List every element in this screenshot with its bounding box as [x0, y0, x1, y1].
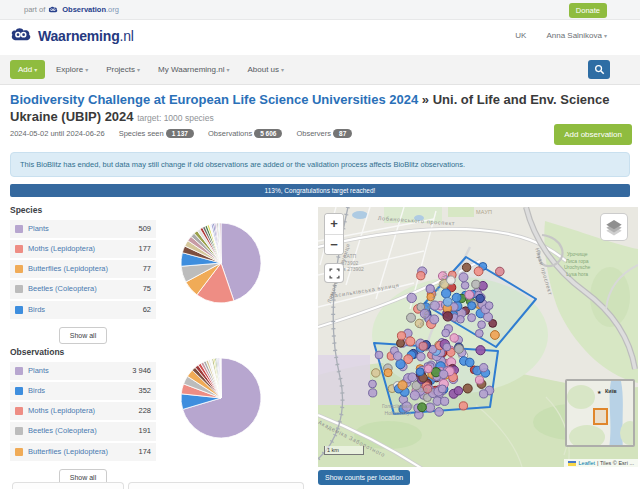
observation-marker[interactable]	[430, 315, 439, 324]
zoom-in-button[interactable]: +	[325, 214, 343, 234]
observation-marker[interactable]	[452, 293, 461, 302]
observation-marker[interactable]	[443, 343, 451, 351]
observation-marker[interactable]	[396, 360, 405, 369]
challenge-link[interactable]: Biodiversity Challenge at European Life …	[10, 92, 418, 107]
group-color-swatch	[15, 285, 23, 293]
observation-marker[interactable]	[430, 301, 439, 310]
observation-marker[interactable]	[407, 313, 416, 322]
observation-marker[interactable]	[415, 319, 423, 327]
observation-marker[interactable]	[420, 309, 429, 318]
species-show-all-button[interactable]: Show all	[59, 327, 107, 344]
stat-observers: Observers87	[296, 129, 352, 138]
observation-org-link[interactable]: Observation.org	[62, 5, 119, 14]
observation-marker[interactable]	[475, 376, 483, 384]
observation-marker[interactable]	[427, 293, 435, 301]
zoom-out-button[interactable]: −	[325, 234, 343, 254]
observation-marker[interactable]	[442, 289, 451, 298]
observation-marker[interactable]	[447, 276, 456, 285]
map[interactable]: Лобановського проспектМАУПВасильківська …	[318, 207, 638, 467]
observation-marker[interactable]	[417, 272, 425, 280]
fullscreen-button[interactable]	[324, 263, 344, 283]
observation-marker[interactable]	[438, 385, 446, 393]
observation-marker[interactable]	[441, 397, 449, 405]
observation-marker[interactable]	[491, 331, 500, 340]
species-row[interactable]: Beetles (Coleoptera)75	[10, 280, 156, 298]
observers-badge: 87	[333, 129, 352, 138]
waarneming-logo[interactable]: Waarneming.nl	[10, 27, 134, 44]
observations-row[interactable]: Birds352	[10, 382, 156, 400]
observation-marker[interactable]	[439, 370, 448, 379]
observation-marker[interactable]	[468, 314, 476, 322]
observation-marker[interactable]	[476, 346, 485, 355]
leaflet-link[interactable]: Leaflet	[579, 460, 596, 466]
language-switch[interactable]: UK	[515, 31, 526, 40]
observation-marker[interactable]	[465, 290, 474, 299]
layers-button[interactable]	[600, 213, 628, 241]
observation-marker[interactable]	[426, 285, 434, 293]
user-menu[interactable]: Anna Salnikova▾	[546, 31, 607, 40]
observation-marker[interactable]	[461, 282, 469, 290]
minimap[interactable]: ★ Київ	[565, 379, 635, 447]
observations-row[interactable]: Plants3 946	[10, 362, 156, 380]
observation-marker[interactable]	[480, 390, 488, 398]
observation-marker[interactable]	[474, 267, 483, 276]
observation-marker[interactable]	[476, 294, 484, 302]
observation-marker[interactable]	[384, 369, 392, 377]
observation-marker[interactable]	[408, 373, 417, 382]
observation-marker[interactable]	[397, 332, 405, 340]
observation-marker[interactable]	[435, 408, 444, 417]
observation-marker[interactable]	[416, 368, 424, 376]
species-row[interactable]: Plants509	[10, 220, 156, 238]
group-label: Moths (Lepidoptera)	[28, 244, 134, 254]
observation-marker[interactable]	[457, 316, 465, 324]
observations-row[interactable]: Butterflies (Lepidoptera)174	[10, 443, 156, 461]
observation-marker[interactable]	[402, 402, 411, 411]
observation-marker[interactable]	[463, 384, 472, 393]
observation-marker[interactable]	[475, 330, 483, 338]
observations-row[interactable]: Moths (Lepidoptera)228	[10, 402, 156, 420]
nav-item-projects[interactable]: Projects▾	[106, 65, 140, 74]
observation-marker[interactable]	[418, 403, 427, 412]
nav-item-my-waarneming[interactable]: My Waarneming.nl▾	[158, 65, 229, 74]
observation-marker[interactable]	[465, 358, 474, 367]
observation-marker[interactable]	[455, 345, 464, 354]
observation-marker[interactable]	[424, 365, 432, 373]
observation-marker[interactable]	[479, 364, 487, 372]
observation-marker[interactable]	[417, 353, 425, 361]
observation-marker[interactable]	[438, 272, 447, 281]
observation-marker[interactable]	[407, 293, 416, 302]
observation-marker[interactable]	[398, 381, 407, 390]
observation-marker[interactable]	[459, 402, 467, 410]
species-row[interactable]: Butterflies (Lepidoptera)77	[10, 260, 156, 278]
observation-marker[interactable]	[468, 302, 476, 310]
add-observation-button[interactable]: Add observation	[554, 124, 632, 145]
observation-marker[interactable]	[478, 321, 486, 329]
observation-marker[interactable]	[485, 302, 493, 310]
observation-marker[interactable]	[419, 342, 427, 350]
observation-marker[interactable]	[369, 380, 377, 388]
observation-marker[interactable]	[450, 334, 458, 342]
observation-marker[interactable]	[459, 273, 468, 282]
donate-button[interactable]: Donate	[569, 3, 607, 18]
nav-add-button[interactable]: Add▾	[10, 60, 45, 79]
nav-item-about-us[interactable]: About us▾	[247, 65, 284, 74]
observation-marker[interactable]	[397, 339, 405, 347]
observation-marker[interactable]	[443, 297, 452, 306]
observation-marker[interactable]	[462, 263, 470, 271]
observation-marker[interactable]	[369, 389, 377, 397]
species-row[interactable]: Birds62	[10, 301, 156, 319]
species-row[interactable]: Moths (Lepidoptera)177	[10, 240, 156, 258]
search-button[interactable]	[588, 60, 610, 79]
observation-marker[interactable]	[496, 267, 505, 276]
observation-marker[interactable]	[454, 387, 462, 395]
show-counts-button[interactable]: Show counts per location	[318, 470, 410, 485]
observation-marker[interactable]	[372, 369, 380, 377]
observation-marker[interactable]	[442, 329, 450, 337]
observations-row[interactable]: Beetles (Coleoptera)191	[10, 422, 156, 440]
observation-marker[interactable]	[375, 351, 383, 359]
observation-marker[interactable]	[472, 280, 480, 288]
nav-item-explore[interactable]: Explore▾	[56, 65, 88, 74]
observation-marker[interactable]	[406, 337, 415, 346]
observation-marker[interactable]	[393, 352, 402, 361]
observation-marker[interactable]	[443, 312, 452, 321]
